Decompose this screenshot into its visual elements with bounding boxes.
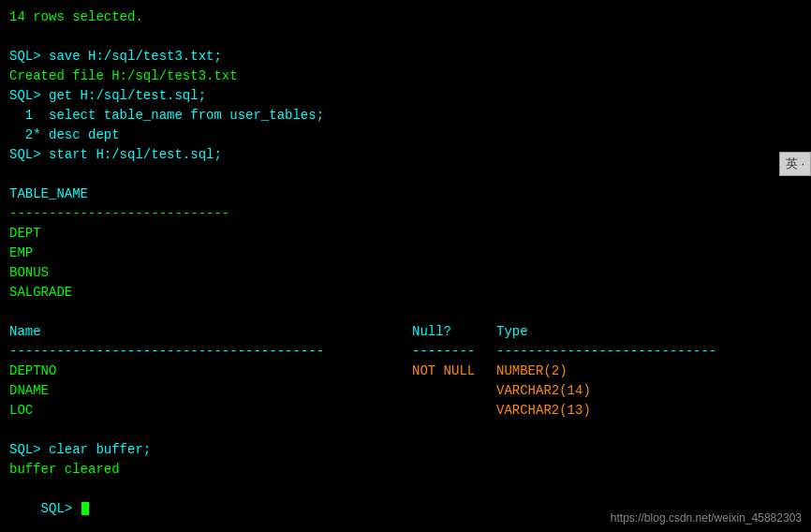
- sql-line2: 2* desc dept: [9, 126, 802, 145]
- sql-clear-line: SQL> clear buffer;: [9, 440, 802, 460]
- sql-prompt-text: SQL>: [41, 501, 81, 516]
- table-row-deptno: DEPTNO NOT NULL NUMBER(2): [9, 362, 802, 381]
- desc-sep-row: ----------------------------------------…: [9, 342, 802, 362]
- bonus-line: BONUS: [9, 263, 802, 283]
- loc-null: [412, 401, 496, 421]
- rows-selected-line: 14 rows selected.: [9, 7, 802, 27]
- dname-null: [412, 381, 496, 401]
- desc-sep-name: ----------------------------------------: [9, 342, 412, 362]
- blank-line-4: [9, 421, 802, 440]
- sql-save-line: SQL> save H:/sql/test3.txt;: [9, 47, 802, 66]
- dname-name: DNAME: [9, 381, 412, 401]
- dept-line: DEPT: [9, 224, 802, 244]
- deptno-type: NUMBER(2): [496, 362, 568, 381]
- desc-header-row: Name Null? Type: [9, 322, 802, 342]
- sql-start-line: SQL> start H:/sql/test.sql;: [9, 145, 802, 165]
- table-row-loc: LOC VARCHAR2(13): [9, 401, 802, 421]
- dname-type: VARCHAR2(14): [496, 381, 591, 401]
- table-row-dname: DNAME VARCHAR2(14): [9, 381, 802, 401]
- loc-type: VARCHAR2(13): [496, 401, 591, 421]
- blank-line-2: [9, 165, 802, 185]
- col-type-header: Type: [496, 322, 528, 342]
- desc-sep-null: --------: [412, 342, 496, 362]
- col-name-header: Name: [9, 322, 412, 342]
- deptno-name: DEPTNO: [9, 362, 412, 381]
- ime-badge[interactable]: 英 ·: [779, 152, 811, 176]
- loc-name: LOC: [9, 401, 412, 421]
- cursor: [81, 502, 89, 515]
- sql-get-line: SQL> get H:/sql/test.sql;: [9, 86, 802, 106]
- blank-line-1: [9, 27, 802, 47]
- created-file-line: Created file H:/sql/test3.txt: [9, 66, 802, 86]
- blank-line-3: [9, 303, 802, 322]
- table-name-header: TABLE_NAME: [9, 185, 802, 204]
- emp-line: EMP: [9, 244, 802, 263]
- buffer-cleared-line: buffer cleared: [9, 460, 802, 480]
- sql-line1: 1 select table_name from user_tables;: [9, 106, 802, 126]
- salgrade-line: SALGRADE: [9, 283, 802, 303]
- desc-sep-type: ----------------------------: [496, 342, 716, 362]
- terminal: 14 rows selected. SQL> save H:/sql/test3…: [0, 0, 811, 532]
- table-name-sep: ----------------------------: [9, 204, 802, 224]
- deptno-null: NOT NULL: [412, 362, 496, 381]
- watermark: https://blog.csdn.net/weixin_45882303: [611, 511, 802, 525]
- col-null-header: Null?: [412, 322, 496, 342]
